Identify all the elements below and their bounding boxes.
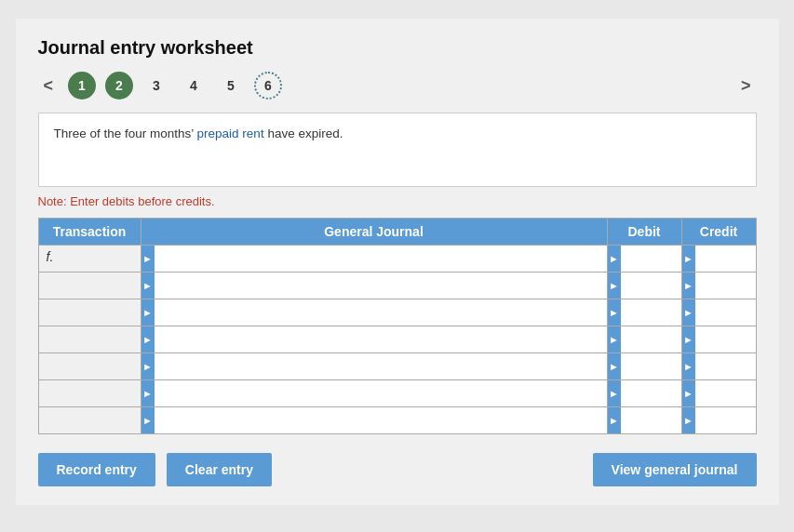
- debit-input-4[interactable]: [621, 326, 681, 352]
- gj-input-4[interactable]: [155, 326, 607, 352]
- credit-cell-3: ►: [681, 299, 756, 326]
- gj-arrow-3: ►: [141, 299, 155, 326]
- credit-input-3[interactable]: [695, 299, 756, 326]
- credit-arrow-6: ►: [682, 380, 695, 406]
- nav-row: < 1 2 3 4 5 6 >: [38, 72, 757, 100]
- description-text-after: have expired.: [264, 126, 343, 140]
- debit-input-2[interactable]: [621, 273, 681, 299]
- gj-cell-3: ►: [141, 299, 607, 326]
- record-entry-button[interactable]: Record entry: [38, 453, 155, 486]
- table-row: f. ► ► ►: [38, 246, 756, 273]
- credit-arrow-2: ►: [682, 273, 695, 299]
- debit-input-3[interactable]: [621, 299, 681, 326]
- gj-cell-7: ►: [141, 407, 607, 434]
- transaction-cell-7: [38, 407, 141, 434]
- credit-arrow-3: ►: [682, 299, 695, 326]
- credit-arrow-4: ►: [682, 326, 695, 352]
- transaction-cell-4: [38, 326, 141, 353]
- next-arrow[interactable]: >: [735, 74, 757, 98]
- header-debit: Debit: [607, 219, 681, 246]
- description-text-before: Three of the four months’: [54, 126, 197, 140]
- gj-input-1[interactable]: [155, 246, 607, 272]
- debit-cell-6: ►: [607, 380, 681, 407]
- gj-input-7[interactable]: [155, 407, 607, 433]
- table-row: ► ► ►: [38, 326, 756, 353]
- credit-arrow-5: ►: [682, 353, 695, 379]
- credit-cell-5: ►: [681, 353, 756, 380]
- gj-input-2[interactable]: [155, 273, 607, 299]
- debit-arrow-6: ►: [608, 380, 621, 406]
- gj-arrow-5: ►: [141, 353, 155, 379]
- step-5[interactable]: 5: [217, 72, 245, 100]
- gj-arrow-7: ►: [141, 407, 155, 433]
- header-general-journal: General Journal: [141, 219, 607, 246]
- debit-arrow-7: ►: [608, 407, 621, 433]
- table-row: ► ► ►: [38, 273, 756, 299]
- table-row: ► ► ►: [38, 380, 756, 407]
- step-4[interactable]: 4: [180, 72, 208, 100]
- gj-cell-6: ►: [141, 380, 607, 407]
- description-box: Three of the four months’ prepaid rent h…: [38, 113, 757, 187]
- debit-input-1[interactable]: [621, 246, 681, 272]
- credit-cell-2: ►: [681, 273, 756, 299]
- gj-input-5[interactable]: [155, 353, 607, 379]
- credit-cell-6: ►: [681, 380, 756, 407]
- credit-input-4[interactable]: [695, 326, 756, 352]
- gj-arrow-1: ►: [141, 246, 155, 272]
- debit-cell-4: ►: [607, 326, 681, 353]
- debit-cell-7: ►: [607, 407, 681, 434]
- step-1[interactable]: 1: [68, 72, 96, 100]
- gj-input-6[interactable]: [155, 380, 607, 406]
- credit-input-1[interactable]: [695, 246, 756, 272]
- main-container: Journal entry worksheet < 1 2 3 4 5 6 > …: [16, 19, 779, 505]
- journal-table: Transaction General Journal Debit Credit…: [38, 218, 757, 434]
- debit-input-5[interactable]: [621, 353, 681, 379]
- debit-cell-1: ►: [607, 246, 681, 273]
- step-6[interactable]: 6: [254, 72, 282, 100]
- step-3[interactable]: 3: [142, 72, 170, 100]
- table-row: ► ► ►: [38, 407, 756, 434]
- credit-input-7[interactable]: [695, 407, 756, 433]
- debit-input-7[interactable]: [621, 407, 681, 433]
- gj-cell-2: ►: [141, 273, 607, 299]
- gj-cell-1: ►: [141, 246, 607, 273]
- credit-cell-1: ►: [681, 246, 756, 273]
- view-general-journal-button[interactable]: View general journal: [593, 453, 757, 486]
- debit-cell-3: ►: [607, 299, 681, 326]
- debit-arrow-2: ►: [608, 273, 621, 299]
- credit-input-2[interactable]: [695, 273, 756, 299]
- debit-arrow-3: ►: [608, 299, 621, 326]
- table-row: ► ► ►: [38, 299, 756, 326]
- transaction-cell-3: [38, 299, 141, 326]
- gj-arrow-6: ►: [141, 380, 155, 406]
- header-credit: Credit: [681, 219, 756, 246]
- gj-cell-4: ►: [141, 326, 607, 353]
- gj-arrow-2: ►: [141, 273, 155, 299]
- table-row: ► ► ►: [38, 353, 756, 380]
- description-highlight: prepaid rent: [197, 126, 264, 140]
- gj-cell-5: ►: [141, 353, 607, 380]
- debit-arrow-1: ►: [608, 246, 621, 272]
- transaction-cell-5: [38, 353, 141, 380]
- debit-cell-5: ►: [607, 353, 681, 380]
- credit-input-5[interactable]: [695, 353, 756, 379]
- transaction-cell-1: f.: [38, 246, 141, 273]
- page-title: Journal entry worksheet: [38, 37, 757, 59]
- gj-input-3[interactable]: [155, 299, 607, 326]
- transaction-cell-2: [38, 273, 141, 299]
- transaction-cell-6: [38, 380, 141, 407]
- credit-arrow-7: ►: [682, 407, 695, 433]
- prev-arrow[interactable]: <: [38, 74, 60, 98]
- credit-arrow-1: ►: [682, 246, 695, 272]
- note-text: Note: Enter debits before credits.: [38, 194, 757, 208]
- clear-entry-button[interactable]: Clear entry: [167, 453, 272, 486]
- buttons-row: Record entry Clear entry View general jo…: [38, 453, 757, 486]
- credit-cell-7: ►: [681, 407, 756, 434]
- debit-cell-2: ►: [607, 273, 681, 299]
- step-2[interactable]: 2: [105, 72, 133, 100]
- header-transaction: Transaction: [38, 219, 141, 246]
- gj-arrow-4: ►: [141, 326, 155, 352]
- credit-cell-4: ►: [681, 326, 756, 353]
- debit-input-6[interactable]: [621, 380, 681, 406]
- credit-input-6[interactable]: [695, 380, 756, 406]
